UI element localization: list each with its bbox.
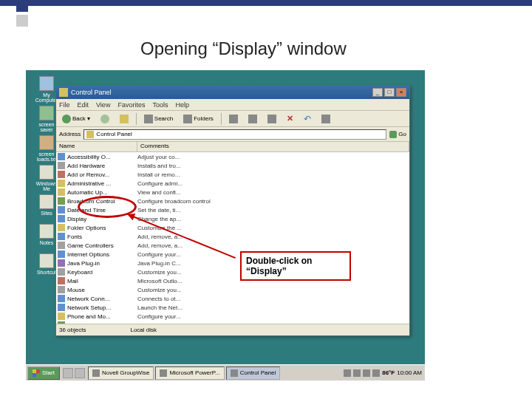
address-input[interactable]: Control Panel [83,129,386,140]
move-icon [248,115,257,123]
taskbar-task[interactable]: Microsoft PowerP... [155,366,224,380]
copy-button[interactable] [265,113,279,125]
menu-file[interactable]: File [59,101,70,109]
item-comment: Adjust your co... [137,154,409,160]
tray-icon[interactable] [363,369,370,377]
list-item-network-conn-[interactable]: Network Conn...Connects to ot... [56,294,409,303]
column-name[interactable]: Name [56,142,137,151]
list-item-add-or-remov-[interactable]: Add or Remov...Install or remo... [56,170,409,179]
column-comment[interactable]: Comments [137,142,409,151]
list-item-game-controllers[interactable]: Game ControllersAdd, remove, a... [56,241,409,250]
properties-icon [321,115,330,123]
taskbar-task[interactable]: Novell GroupWise [88,366,154,380]
item-comment: Change the ap... [137,216,409,222]
menu-edit[interactable]: Edit [78,101,89,109]
item-icon [58,242,65,249]
taskbar-tasks: Novell GroupWiseMicrosoft PowerP...Contr… [88,366,341,380]
list-item-automatic-up-[interactable]: Automatic Up...View and confi... [56,188,409,197]
item-comment: Install or remo... [137,171,409,178]
item-icon [58,153,65,160]
callout-box: Double-click on “Display” [240,251,351,281]
item-icon [58,268,65,276]
system-tray: 86°F 10:00 AM [341,369,425,377]
task-icon [92,369,100,377]
minimize-button[interactable]: _ [372,88,383,97]
tray-icon[interactable] [372,369,380,377]
item-icon [58,180,65,187]
list-item-keyboard[interactable]: KeyboardCustomize you... [56,267,409,276]
callout-text: Double-click on “Display” [246,256,312,276]
list-item-administrative-[interactable]: Administrative ...Configure admi... [56,179,409,188]
windows-flag-icon [33,369,40,377]
item-icon [58,295,65,302]
go-button[interactable]: Go [389,131,406,138]
list-item-network-setup-[interactable]: Network Setup...Launch the Net... [56,303,409,312]
back-button[interactable]: Back ▾ [59,113,93,125]
item-comment: Configure admi... [137,180,409,187]
search-button[interactable]: Search [141,113,176,125]
quick-launch [63,368,85,378]
start-button[interactable]: Start [27,366,60,380]
quick-launch-item[interactable] [63,368,73,378]
item-comment: Configure broadcom control [137,198,409,205]
list-item-date-and-time[interactable]: Date and TimeSet the date, ti... [56,205,409,214]
status-objects: 36 objects [59,327,86,333]
toolbar: Back ▾ Search Folders ✕ ↶ [56,111,409,127]
task-label: Microsoft PowerP... [169,369,219,376]
list-item-fonts[interactable]: FontsAdd, remove, a... [56,232,409,241]
item-name: Mail [67,278,137,284]
desktop-background: My Computer screen saver screen loads.tx… [26,70,425,381]
close-button[interactable]: × [396,88,406,97]
item-name: Mouse [67,287,137,293]
file-icon [39,224,54,239]
list-item-broadcom-control[interactable]: Broadcom ControlConfigure broadcom contr… [56,197,409,205]
item-name: Add or Remov... [67,171,137,178]
list-item-mail[interactable]: MailMicrosoft Outlo... [56,276,409,285]
list-item-accessibility-o-[interactable]: Accessibility O...Adjust your co... [56,152,409,161]
taskbar-task[interactable]: Control Panel [226,366,280,380]
quick-launch-item[interactable] [75,368,85,378]
folders-button[interactable]: Folders [180,113,216,125]
list-item-folder-options[interactable]: Folder OptionsCustomize the ... [56,223,409,232]
delete-button[interactable]: ✕ [284,112,296,125]
maximize-button[interactable]: □ [384,88,395,97]
menu-view[interactable]: View [96,101,110,109]
item-icon [58,188,65,196]
item-name: Automatic Up... [67,189,137,196]
up-button[interactable] [117,113,132,125]
item-name: Java Plug-in [67,260,137,267]
undo-button[interactable]: ↶ [301,112,314,126]
move-button[interactable] [245,113,260,125]
slide-header-bar [0,0,532,30]
list-item-phone-and-mo-[interactable]: Phone and Mo...Configure your... [56,312,409,321]
folders-icon [183,115,192,123]
list-item-add-hardware[interactable]: Add HardwareInstalls and tro... [56,161,409,170]
slide-title: Opening “Display” window [140,38,347,59]
tray-icon[interactable] [344,369,351,377]
forward-button[interactable] [98,113,112,125]
item-comment: Installs and tro... [137,163,409,169]
item-name: Accessibility O... [67,154,137,160]
forward-icon [100,115,109,123]
list-item-display[interactable]: DisplayChange the ap... [56,214,409,223]
list-item-mouse[interactable]: MouseCustomize you... [56,285,409,294]
window-titlebar[interactable]: Control Panel _ □ × [56,86,409,99]
file-icon [39,165,54,180]
menu-favorites[interactable]: Favorites [117,101,145,109]
address-label: Address [59,131,81,137]
menu-help[interactable]: Help [175,101,189,109]
item-comment: Customize the ... [137,225,409,231]
item-comment: View and confi... [137,189,409,196]
tray-icon[interactable] [353,369,361,377]
item-name: Network Conn... [67,296,137,302]
file-icon [39,135,54,150]
list-area: Accessibility O...Adjust your co...Add H… [56,152,409,324]
item-comment: Launch the Net... [137,304,409,311]
properties-button[interactable] [318,113,333,125]
list-item-java-plug-in[interactable]: Java Plug-inJava Plug-in C... [56,259,409,267]
item-name: Internet Options [67,251,137,258]
menu-tools[interactable]: Tools [152,101,168,109]
views-button[interactable] [226,113,241,125]
computer-icon [39,76,54,91]
item-icon [58,286,65,293]
